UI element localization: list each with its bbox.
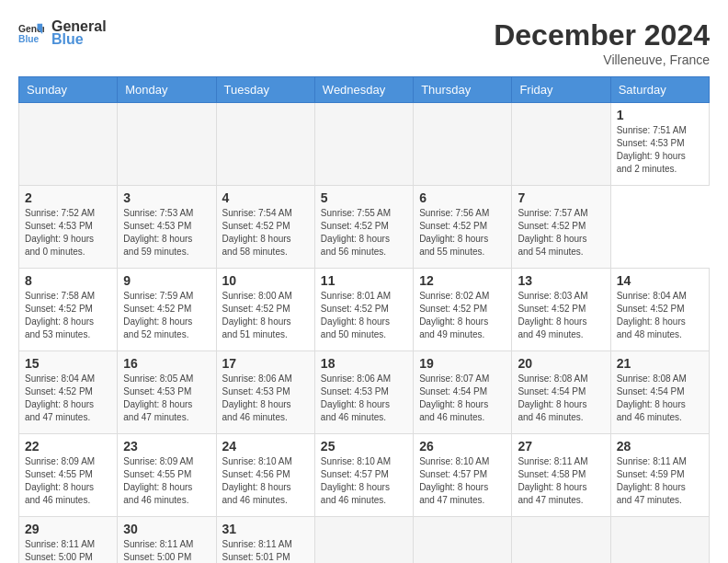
calendar-day-cell — [512, 517, 610, 564]
calendar-day-cell — [19, 103, 118, 186]
calendar-day-cell: 14Sunrise: 8:04 AMSunset: 4:52 PMDayligh… — [610, 269, 709, 351]
day-info: Sunrise: 7:52 AMSunset: 4:53 PMDaylight:… — [25, 207, 111, 259]
logo: General Blue General Blue — [18, 18, 107, 48]
calendar-day-cell: 31Sunrise: 8:11 AMSunset: 5:01 PMDayligh… — [216, 517, 314, 564]
col-tuesday: Tuesday — [216, 77, 314, 103]
day-number: 14 — [617, 273, 703, 288]
day-number: 30 — [123, 522, 210, 536]
calendar-day-cell — [610, 517, 709, 564]
calendar-header-row: Sunday Monday Tuesday Wednesday Thursday… — [19, 77, 710, 103]
day-number: 17 — [222, 356, 309, 371]
day-info: Sunrise: 7:58 AMSunset: 4:52 PMDaylight:… — [25, 290, 111, 341]
day-number: 12 — [419, 273, 506, 288]
calendar-day-cell — [414, 103, 512, 186]
day-number: 31 — [222, 522, 309, 536]
location: Villeneuve, France — [494, 52, 710, 67]
day-info: Sunrise: 8:02 AMSunset: 4:52 PMDaylight:… — [419, 290, 506, 341]
calendar-day-cell — [314, 103, 413, 186]
calendar-day-cell: 20Sunrise: 8:08 AMSunset: 4:54 PMDayligh… — [512, 351, 610, 434]
calendar-day-cell: 9Sunrise: 7:59 AMSunset: 4:52 PMDaylight… — [118, 269, 216, 351]
calendar-week-row: 8Sunrise: 7:58 AMSunset: 4:52 PMDaylight… — [19, 269, 710, 351]
col-wednesday: Wednesday — [314, 77, 413, 103]
calendar-day-cell: 8Sunrise: 7:58 AMSunset: 4:52 PMDaylight… — [19, 269, 118, 351]
day-info: Sunrise: 8:11 AMSunset: 5:01 PMDaylight:… — [222, 538, 309, 563]
calendar-day-cell: 27Sunrise: 8:11 AMSunset: 4:58 PMDayligh… — [512, 434, 610, 517]
day-number: 21 — [617, 356, 703, 371]
day-info: Sunrise: 8:10 AMSunset: 4:57 PMDaylight:… — [321, 455, 407, 507]
day-info: Sunrise: 8:06 AMSunset: 4:53 PMDaylight:… — [222, 373, 309, 424]
day-number: 6 — [419, 190, 506, 205]
day-info: Sunrise: 7:57 AMSunset: 4:52 PMDaylight:… — [518, 207, 604, 259]
day-info: Sunrise: 8:11 AMSunset: 5:00 PMDaylight:… — [123, 538, 210, 563]
calendar-day-cell: 7Sunrise: 7:57 AMSunset: 4:52 PMDaylight… — [512, 186, 610, 269]
calendar-day-cell: 17Sunrise: 8:06 AMSunset: 4:53 PMDayligh… — [216, 351, 314, 434]
day-number: 25 — [321, 439, 407, 454]
day-number: 16 — [123, 356, 210, 371]
col-friday: Friday — [512, 77, 610, 103]
calendar-day-cell: 29Sunrise: 8:11 AMSunset: 5:00 PMDayligh… — [19, 517, 118, 564]
day-info: Sunrise: 8:11 AMSunset: 4:58 PMDaylight:… — [518, 455, 604, 507]
day-number: 10 — [222, 273, 309, 288]
day-number: 4 — [222, 190, 309, 205]
calendar-day-cell: 30Sunrise: 8:11 AMSunset: 5:00 PMDayligh… — [118, 517, 216, 564]
calendar-day-cell: 15Sunrise: 8:04 AMSunset: 4:52 PMDayligh… — [19, 351, 118, 434]
calendar-week-row: 15Sunrise: 8:04 AMSunset: 4:52 PMDayligh… — [19, 351, 710, 434]
calendar-day-cell: 25Sunrise: 8:10 AMSunset: 4:57 PMDayligh… — [314, 434, 413, 517]
day-number: 11 — [321, 273, 407, 288]
day-info: Sunrise: 8:07 AMSunset: 4:54 PMDaylight:… — [419, 373, 506, 424]
day-info: Sunrise: 8:04 AMSunset: 4:52 PMDaylight:… — [25, 373, 111, 424]
calendar-table: Sunday Monday Tuesday Wednesday Thursday… — [18, 76, 710, 563]
day-number: 7 — [518, 190, 604, 205]
calendar-week-row: 22Sunrise: 8:09 AMSunset: 4:55 PMDayligh… — [19, 434, 710, 517]
day-info: Sunrise: 8:11 AMSunset: 4:59 PMDaylight:… — [617, 455, 703, 507]
day-number: 26 — [419, 439, 506, 454]
day-number: 18 — [321, 356, 407, 371]
day-info: Sunrise: 8:09 AMSunset: 4:55 PMDaylight:… — [25, 455, 111, 507]
calendar-day-cell: 21Sunrise: 8:08 AMSunset: 4:54 PMDayligh… — [610, 351, 709, 434]
calendar-week-row: 29Sunrise: 8:11 AMSunset: 5:00 PMDayligh… — [19, 517, 710, 564]
day-number: 27 — [518, 439, 604, 454]
day-number: 13 — [518, 273, 604, 288]
calendar-day-cell: 5Sunrise: 7:55 AMSunset: 4:52 PMDaylight… — [314, 186, 413, 269]
calendar-day-cell: 4Sunrise: 7:54 AMSunset: 4:52 PMDaylight… — [216, 186, 314, 269]
calendar-day-cell: 2Sunrise: 7:52 AMSunset: 4:53 PMDaylight… — [19, 186, 118, 269]
calendar-day-cell — [118, 103, 216, 186]
calendar-day-cell — [414, 517, 512, 564]
day-info: Sunrise: 7:56 AMSunset: 4:52 PMDaylight:… — [419, 207, 506, 259]
col-sunday: Sunday — [19, 77, 118, 103]
calendar-day-cell: 28Sunrise: 8:11 AMSunset: 4:59 PMDayligh… — [610, 434, 709, 517]
day-number: 3 — [123, 190, 210, 205]
col-monday: Monday — [118, 77, 216, 103]
day-number: 29 — [25, 522, 111, 536]
calendar-day-cell: 3Sunrise: 7:53 AMSunset: 4:53 PMDaylight… — [118, 186, 216, 269]
calendar-day-cell: 24Sunrise: 8:10 AMSunset: 4:56 PMDayligh… — [216, 434, 314, 517]
day-info: Sunrise: 8:11 AMSunset: 5:00 PMDaylight:… — [25, 538, 111, 563]
day-info: Sunrise: 8:04 AMSunset: 4:52 PMDaylight:… — [617, 290, 703, 341]
logo-icon: General Blue — [18, 20, 44, 46]
day-info: Sunrise: 8:06 AMSunset: 4:53 PMDaylight:… — [321, 373, 407, 424]
day-info: Sunrise: 8:00 AMSunset: 4:52 PMDaylight:… — [222, 290, 309, 341]
day-info: Sunrise: 8:01 AMSunset: 4:52 PMDaylight:… — [321, 290, 407, 341]
day-info: Sunrise: 8:09 AMSunset: 4:55 PMDaylight:… — [123, 455, 210, 507]
day-info: Sunrise: 8:08 AMSunset: 4:54 PMDaylight:… — [617, 373, 703, 424]
day-number: 15 — [25, 356, 111, 371]
day-info: Sunrise: 8:10 AMSunset: 4:57 PMDaylight:… — [419, 455, 506, 507]
day-number: 23 — [123, 439, 210, 454]
day-info: Sunrise: 7:51 AMSunset: 4:53 PMDaylight:… — [617, 124, 703, 176]
calendar-day-cell: 16Sunrise: 8:05 AMSunset: 4:53 PMDayligh… — [118, 351, 216, 434]
day-number: 24 — [222, 439, 309, 454]
calendar-day-cell — [216, 103, 314, 186]
svg-text:Blue: Blue — [18, 34, 40, 44]
calendar-day-cell: 12Sunrise: 8:02 AMSunset: 4:52 PMDayligh… — [414, 269, 512, 351]
col-thursday: Thursday — [414, 77, 512, 103]
day-number: 1 — [617, 108, 703, 122]
calendar-day-cell: 18Sunrise: 8:06 AMSunset: 4:53 PMDayligh… — [314, 351, 413, 434]
day-info: Sunrise: 8:05 AMSunset: 4:53 PMDaylight:… — [123, 373, 210, 424]
calendar-day-cell: 6Sunrise: 7:56 AMSunset: 4:52 PMDaylight… — [414, 186, 512, 269]
day-number: 20 — [518, 356, 604, 371]
day-info: Sunrise: 8:03 AMSunset: 4:52 PMDaylight:… — [518, 290, 604, 341]
calendar-day-cell: 22Sunrise: 8:09 AMSunset: 4:55 PMDayligh… — [19, 434, 118, 517]
calendar-day-cell: 1Sunrise: 7:51 AMSunset: 4:53 PMDaylight… — [610, 103, 709, 186]
col-saturday: Saturday — [610, 77, 709, 103]
day-info: Sunrise: 7:55 AMSunset: 4:52 PMDaylight:… — [321, 207, 407, 259]
